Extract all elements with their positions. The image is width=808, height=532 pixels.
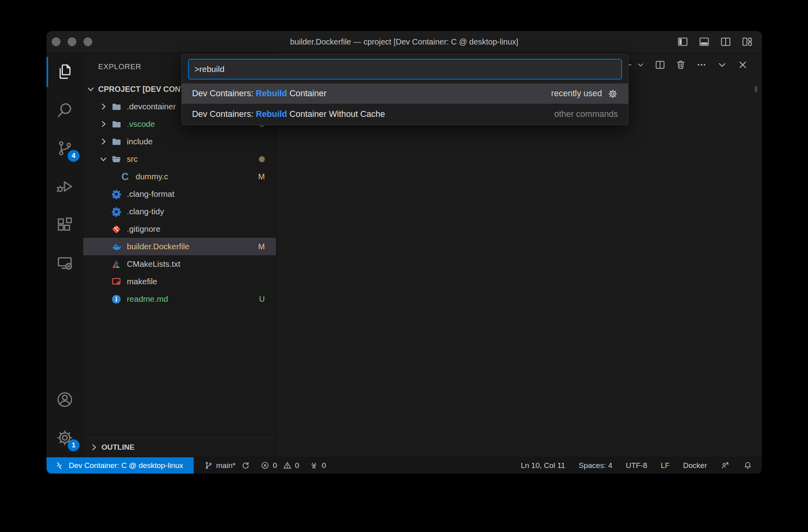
activity-settings[interactable]: 1 — [47, 419, 83, 457]
notifications-button[interactable] — [743, 461, 752, 470]
close-window-button[interactable] — [52, 37, 60, 46]
tree-item-label: .devcontainer — [127, 102, 176, 111]
chevron-down-icon[interactable] — [86, 85, 95, 93]
encoding[interactable]: UTF-8 — [626, 461, 647, 470]
sync-icon[interactable] — [241, 461, 250, 470]
palette-result-rebuild-without-cache[interactable]: Dev Containers: Rebuild Container Withou… — [182, 104, 628, 124]
tree-item-readme[interactable]: readme.md U — [83, 290, 276, 308]
run-debug-icon — [56, 177, 74, 196]
tree-item-label: src — [127, 154, 138, 164]
remote-label: Dev Container: C @ desktop-linux — [69, 461, 183, 470]
scm-badge: 4 — [68, 150, 80, 162]
bell-icon — [743, 461, 752, 470]
more-actions-icon[interactable] — [696, 59, 707, 70]
tree-item-include[interactable]: include — [83, 133, 276, 150]
activity-run-debug[interactable] — [47, 167, 83, 206]
chevron-right-icon[interactable] — [99, 120, 108, 128]
tree-item-src[interactable]: src — [83, 150, 276, 168]
git-file-icon — [111, 224, 122, 235]
tree-item-clang-tidy[interactable]: .clang-tidy — [83, 203, 276, 220]
panel-toolbar — [622, 59, 748, 70]
gear-file-icon — [111, 189, 122, 200]
cmake-icon — [111, 259, 122, 270]
outline-section[interactable]: OUTLINE — [83, 437, 276, 457]
remote-indicator[interactable]: Dev Container: C @ desktop-linux — [47, 457, 194, 474]
command-palette-input[interactable] — [189, 64, 621, 74]
restore-panel-icon[interactable] — [717, 59, 728, 70]
error-count: 0 — [273, 461, 277, 470]
toggle-sidebar-icon[interactable] — [677, 36, 689, 48]
tree-item-dummy-c[interactable]: C dummy.c M — [83, 168, 276, 185]
tree-item-clang-format[interactable]: .clang-format — [83, 185, 276, 203]
activity-source-control[interactable]: 4 — [47, 129, 83, 167]
branch-status[interactable]: main* — [204, 457, 251, 474]
files-icon — [56, 63, 74, 81]
minimize-window-button[interactable] — [68, 37, 76, 46]
feedback-button[interactable] — [721, 461, 730, 470]
vscode-window: builder.Dockerfile — cproject [Dev Conta… — [47, 31, 762, 474]
palette-result-rebuild-container[interactable]: Dev Containers: Rebuild Container recent… — [182, 83, 628, 104]
result-meta: recently used — [551, 89, 602, 99]
folder-icon — [111, 136, 122, 147]
maximize-window-button[interactable] — [84, 37, 92, 46]
chevron-right-icon[interactable] — [99, 102, 108, 111]
tree-item-label: builder.Dockerfile — [127, 242, 189, 251]
tree-item-gitignore[interactable]: .gitignore — [83, 220, 276, 238]
chevron-down-icon[interactable] — [99, 155, 108, 163]
remote-explorer-icon — [56, 254, 74, 272]
split-terminal-icon[interactable] — [655, 59, 666, 70]
tree-item-label: .vscode — [127, 119, 155, 129]
launch-profile-chevron-icon[interactable] — [636, 60, 645, 69]
result-text: Container Without Cache — [287, 109, 385, 119]
tree-item-cmakelists[interactable]: CMakeLists.txt — [83, 255, 276, 273]
activity-accounts[interactable] — [47, 381, 83, 419]
git-branch-icon — [204, 461, 213, 470]
chevron-right-icon[interactable] — [99, 137, 108, 146]
gear-file-icon — [111, 206, 122, 217]
configure-keybinding-icon[interactable] — [608, 89, 618, 99]
outline-label: OUTLINE — [101, 443, 134, 452]
tree-item-builder-dockerfile[interactable]: builder.Dockerfile M — [83, 238, 276, 255]
cursor-position[interactable]: Ln 10, Col 11 — [521, 461, 565, 470]
tree-item-label: .clang-tidy — [127, 207, 164, 216]
eol-sequence[interactable]: LF — [661, 461, 670, 470]
result-text: Dev Containers: — [192, 109, 256, 119]
toggle-secondary-sidebar-icon[interactable] — [720, 36, 732, 48]
titlebar: builder.Dockerfile — cproject [Dev Conta… — [47, 31, 762, 53]
git-change-dot — [259, 156, 265, 162]
result-match: Rebuild — [256, 109, 287, 119]
git-status-badge: M — [258, 172, 265, 181]
result-meta: other commands — [554, 109, 618, 119]
c-file-icon: C — [120, 171, 130, 182]
toggle-panel-icon[interactable] — [698, 36, 710, 48]
command-palette-input-box — [188, 59, 622, 80]
activity-remote-explorer[interactable] — [47, 244, 83, 282]
activity-search[interactable] — [47, 91, 83, 129]
remote-icon — [54, 461, 64, 470]
language-mode[interactable]: Docker — [683, 461, 707, 470]
tree-item-makefile[interactable]: makefile — [83, 273, 276, 290]
radio-tower-icon — [309, 461, 319, 470]
activity-bar: 4 1 — [47, 53, 83, 457]
warning-count: 0 — [295, 461, 299, 470]
indentation[interactable]: Spaces: 4 — [579, 461, 612, 470]
ports-status[interactable]: 0 — [309, 457, 326, 474]
activity-explorer[interactable] — [47, 53, 83, 91]
problems-status[interactable]: 0 0 — [260, 457, 299, 474]
tree-item-label: readme.md — [127, 294, 168, 304]
status-bar: Dev Container: C @ desktop-linux main* 0… — [47, 457, 762, 474]
git-status-badge: U — [259, 295, 265, 304]
kill-terminal-icon[interactable] — [675, 59, 686, 70]
account-icon — [56, 390, 74, 409]
tree-item-label: CMakeLists.txt — [127, 259, 180, 269]
tree-item-label: .gitignore — [127, 224, 160, 234]
scrollbar-thumb[interactable] — [755, 86, 757, 92]
folder-icon — [111, 101, 122, 112]
makefile-icon — [111, 276, 122, 287]
customize-layout-icon[interactable] — [741, 36, 753, 48]
activity-extensions[interactable] — [47, 206, 83, 244]
search-icon — [56, 101, 74, 119]
close-panel-icon[interactable] — [737, 59, 748, 70]
window-title: builder.Dockerfile — cproject [Dev Conta… — [290, 37, 519, 47]
extensions-icon — [56, 216, 74, 234]
